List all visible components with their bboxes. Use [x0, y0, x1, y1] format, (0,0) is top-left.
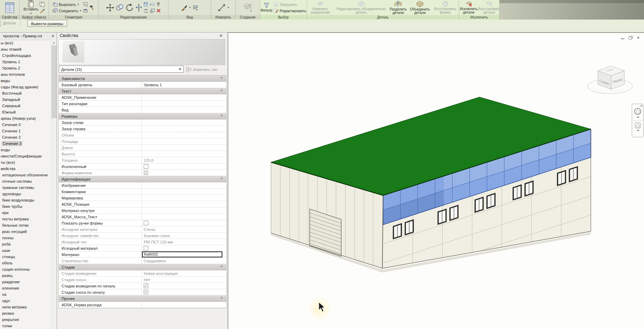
edit-type-button[interactable]: Изменить тип: [186, 66, 217, 73]
collapse-icon[interactable]: ∧: [220, 296, 223, 299]
merge-parts-button[interactable]: Объединить детали: [410, 0, 430, 15]
property-row[interactable]: Площадь: [59, 138, 226, 145]
checkbox[interactable]: [144, 221, 148, 225]
checkbox[interactable]: [144, 164, 148, 169]
scrollbar-thumb[interactable]: [52, 46, 56, 118]
collapse-icon[interactable]: ∧: [220, 114, 223, 117]
property-section-header[interactable]: Зависимости∧: [59, 75, 226, 82]
property-row[interactable]: Объем: [59, 132, 226, 138]
browser-item[interactable]: Южный: [0, 109, 51, 115]
reset-form-button[interactable]: Восстановить форму: [433, 1, 458, 15]
property-section-header[interactable]: Размеры∧: [59, 113, 226, 119]
pin-icon[interactable]: [156, 2, 161, 7]
demolish-hammer-icon[interactable]: [89, 5, 95, 10]
browser-item[interactable]: ндус: [0, 298, 51, 304]
load-button[interactable]: Загрузить: [273, 2, 297, 7]
property-row[interactable]: Базовый уровеньУровень 1: [59, 82, 226, 88]
property-row[interactable]: ADSK_Позиция: [59, 201, 226, 207]
cut-geometry-button[interactable]: Вырезать ▼: [52, 2, 81, 7]
show-dimensions-button[interactable]: Вывести размеры: [27, 20, 67, 27]
join-geometry-button[interactable]: Соединить ▼: [52, 8, 81, 13]
browser-item[interactable]: ркас несущий: [0, 228, 51, 235]
property-row[interactable]: Маркировка: [59, 195, 226, 201]
browser-item[interactable]: аны этажей: [0, 46, 51, 52]
property-section-header[interactable]: Стадии∧: [59, 264, 226, 270]
edit-selection-button[interactable]: Редактировать: [273, 8, 306, 13]
browser-item[interactable]: ыши: [0, 247, 51, 254]
checkbox[interactable]: ✓: [144, 290, 148, 294]
browser-item[interactable]: рковка: [0, 310, 51, 316]
copy-icon[interactable]: [116, 3, 124, 12]
divide-parts-button[interactable]: Разделить детали: [389, 0, 407, 15]
browser-item[interactable]: тражные системы: [0, 184, 51, 191]
property-section-header[interactable]: Прочее∧: [59, 295, 226, 302]
property-row[interactable]: Зазор слева: [59, 119, 226, 126]
offset-icon[interactable]: [143, 8, 149, 13]
edit-merged-part-button[interactable]: Редактировать объединенную деталь: [336, 1, 386, 15]
property-row[interactable]: Длина: [59, 145, 226, 151]
chevron-down-icon[interactable]: [637, 117, 639, 118]
array-icon[interactable]: [143, 2, 149, 7]
browser-item[interactable]: Уровень 2: [0, 65, 51, 71]
property-row[interactable]: Форма изменена: [59, 170, 226, 176]
align-icon[interactable]: [135, 3, 142, 12]
browser-item[interactable]: Северный: [0, 103, 51, 109]
project-browser-title[interactable]: проектов - Пример.rvt ✕: [0, 32, 57, 40]
property-row[interactable]: Исходный материал: [59, 245, 226, 251]
close-icon[interactable]: ⊗: [640, 104, 643, 108]
material-edit-field[interactable]: Ral6002: [142, 251, 222, 257]
browser-item[interactable]: ты (все): [0, 159, 51, 166]
property-row[interactable]: ADSK_Примечание: [59, 94, 226, 101]
apply-coping-icon[interactable]: [83, 8, 88, 13]
exclude-parts-button[interactable]: Исключить детали: [460, 1, 478, 15]
collapse-icon[interactable]: ∧: [220, 176, 223, 180]
browser-item[interactable]: еленение: [0, 285, 51, 291]
property-row[interactable]: Исходный типPIR ПСТ 120 мм: [59, 239, 226, 245]
restore-parts-button[interactable]: Восстановить детали: [480, 1, 499, 15]
create-assembly-icon[interactable]: [243, 3, 253, 12]
mirror-icon[interactable]: [150, 2, 155, 7]
property-row[interactable]: Исключенный: [59, 163, 226, 170]
browser-item[interactable]: бкие трубы: [0, 203, 51, 210]
browser-item[interactable]: енды: [0, 147, 51, 153]
browser-scrollbar[interactable]: [51, 40, 57, 329]
property-row[interactable]: Исходное семействоБазовая стена: [59, 233, 226, 239]
property-row[interactable]: ADSK_Норма расхода: [59, 302, 226, 308]
3d-view[interactable]: Верх Слева Перед × ⊗: [228, 32, 644, 329]
chevron-down-icon[interactable]: [637, 130, 639, 131]
match-properties-brush-icon[interactable]: [40, 8, 45, 13]
property-section-header[interactable]: Текст∧: [59, 88, 226, 94]
browser-item[interactable]: посты витража: [0, 216, 51, 222]
rotate-icon[interactable]: [125, 3, 134, 12]
browser-item[interactable]: зрезы (Номер узла): [0, 115, 51, 122]
browser-item[interactable]: Уровень 1: [0, 59, 51, 65]
browser-item[interactable]: ери: [0, 210, 51, 216]
browser-item[interactable]: лонны: [0, 235, 51, 241]
scale-icon[interactable]: [150, 8, 155, 13]
browser-item[interactable]: Сечение 3: [0, 140, 51, 147]
property-row[interactable]: Комментарии: [59, 189, 226, 195]
browser-item[interactable]: стницы: [0, 254, 51, 260]
browser-item[interactable]: Западный: [0, 96, 51, 103]
scroll-up-icon[interactable]: [51, 40, 57, 45]
browser-item[interactable]: ы (все): [0, 40, 51, 46]
property-row[interactable]: Материал изнутри: [59, 207, 226, 214]
properties-button[interactable]: [5, 2, 15, 13]
browser-item[interactable]: Восточный: [0, 90, 51, 96]
browser-item[interactable]: аны потолков: [0, 71, 51, 78]
beam-cope-icon[interactable]: [83, 2, 88, 7]
collapse-icon[interactable]: ∧: [220, 88, 223, 92]
property-row[interactable]: Тип раскладки: [59, 101, 226, 107]
restore-icon[interactable]: [628, 36, 633, 40]
browser-item[interactable]: бкие воздуховоды: [0, 197, 51, 203]
delete-icon[interactable]: [156, 8, 161, 13]
browser-item[interactable]: ебель: [0, 260, 51, 266]
steering-wheel-icon[interactable]: [634, 108, 641, 115]
property-row[interactable]: Стадия возведенияНовая конструкция: [59, 270, 226, 277]
collapse-icon[interactable]: ∧: [220, 76, 223, 79]
edit-division-button[interactable]: Изменить разделение: [308, 1, 333, 15]
property-row[interactable]: Зазор справа: [59, 126, 226, 132]
browser-item[interactable]: роба: [0, 241, 51, 247]
checkbox[interactable]: ✓: [144, 284, 148, 288]
browser-item[interactable]: сады (Фасад здания): [0, 84, 51, 90]
